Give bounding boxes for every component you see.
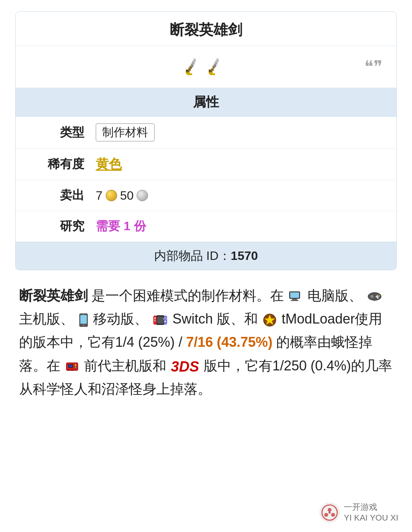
oldconsole-label: 前代主机版和 xyxy=(84,358,166,373)
svg-rect-42 xyxy=(157,316,163,324)
svg-rect-9 xyxy=(192,62,195,65)
svg-rect-24 xyxy=(210,73,215,75)
switch-label: Switch xyxy=(172,311,213,327)
id-label: 内部物品 ID： xyxy=(154,249,231,263)
switch-icon xyxy=(153,314,167,327)
3ds-icon: 3DS xyxy=(171,359,199,374)
svg-point-51 xyxy=(166,318,167,319)
sword-icon-1 xyxy=(185,57,204,77)
sword-icons xyxy=(185,57,227,77)
research-value: 需要 1 份 xyxy=(96,218,146,235)
description-block: 断裂英雄剑 是一个困难模式的制作材料。在 电脑版、 主机版、 移动版、 xyxy=(15,284,397,401)
desc-prob1-plain: 1/4 (25%) / xyxy=(115,334,186,350)
svg-point-66 xyxy=(328,511,331,514)
watermark-text: 一开游戏 YI KAI YOU XI xyxy=(344,502,398,524)
item-id-row: 内部物品 ID：1570 xyxy=(16,242,396,270)
quote-decoration: ❝❞ xyxy=(364,59,383,75)
svg-point-64 xyxy=(324,513,328,517)
svg-rect-22 xyxy=(216,59,219,62)
sep1: 、 xyxy=(349,288,362,303)
svg-rect-16 xyxy=(209,69,211,72)
mobile-label: 移动版 xyxy=(93,311,134,327)
svg-point-48 xyxy=(164,320,166,322)
desc-item-name: 断裂英雄剑 xyxy=(19,288,88,303)
line-break-1 xyxy=(213,311,217,327)
sep3: 、 xyxy=(134,311,148,327)
id-value: 1570 xyxy=(231,249,258,263)
sword-icon-2 xyxy=(208,57,227,77)
silver-coin-icon xyxy=(137,190,148,201)
svg-point-45 xyxy=(154,317,156,319)
svg-rect-20 xyxy=(214,64,216,67)
svg-point-33 xyxy=(377,294,378,295)
sell-row: 卖出 750 xyxy=(16,180,396,211)
watermark-line2: YI KAI YOU XI xyxy=(344,513,398,524)
svg-point-58 xyxy=(75,367,76,368)
svg-rect-56 xyxy=(69,365,72,367)
sell-value: 750 xyxy=(96,189,149,203)
svg-rect-26 xyxy=(290,293,299,298)
console-label: 主机版 xyxy=(19,311,60,327)
rarity-row: 稀有度 黄色 xyxy=(16,149,396,180)
pc-icon xyxy=(289,291,303,302)
svg-point-50 xyxy=(163,318,164,319)
svg-rect-27 xyxy=(292,299,297,300)
gold-amount: 7 xyxy=(96,189,103,203)
type-row: 类型 制作材料 xyxy=(16,117,396,149)
desc-text2: 版、和 xyxy=(217,311,262,327)
svg-rect-47 xyxy=(154,320,155,322)
rarity-value: 黄色 xyxy=(96,155,122,173)
desc-text1: 是一个困难模式的制作材料。在 xyxy=(88,288,288,303)
item-card: 断裂英雄剑 xyxy=(15,11,397,270)
research-row: 研究 需要 1 份 xyxy=(16,211,396,242)
svg-rect-60 xyxy=(71,369,74,371)
svg-rect-21 xyxy=(215,62,218,65)
svg-rect-28 xyxy=(291,300,298,301)
svg-rect-14 xyxy=(211,68,214,71)
gold-coin-icon xyxy=(106,190,117,201)
desc-prob2: 7/16 (43.75%) xyxy=(186,334,272,350)
svg-rect-59 xyxy=(68,369,70,371)
rarity-label: 稀有度 xyxy=(31,156,84,173)
attributes-header: 属性 xyxy=(16,88,396,117)
svg-point-39 xyxy=(83,324,84,326)
type-value: 制作材料 xyxy=(96,123,154,141)
svg-rect-7 xyxy=(188,67,192,69)
svg-rect-12 xyxy=(187,73,192,75)
watermark-logo-icon xyxy=(319,502,340,523)
watermark-line1: 一开游戏 xyxy=(344,502,398,513)
svg-point-49 xyxy=(164,317,166,318)
svg-point-36 xyxy=(377,298,378,299)
svg-rect-3 xyxy=(186,69,188,72)
oldconsole-icon xyxy=(65,360,79,373)
sep2: 、 xyxy=(60,311,74,327)
svg-point-35 xyxy=(378,296,380,298)
pc-label: 电脑版 xyxy=(307,288,349,303)
tmod-icon xyxy=(263,313,277,327)
watermark: 一开游戏 YI KAI YOU XI xyxy=(319,502,398,524)
svg-point-57 xyxy=(75,364,76,366)
svg-point-30 xyxy=(370,295,374,298)
card-title: 断裂英雄剑 xyxy=(16,12,396,46)
svg-rect-8 xyxy=(191,64,193,67)
mobile-icon xyxy=(79,313,88,327)
svg-rect-32 xyxy=(376,296,379,298)
svg-rect-44 xyxy=(164,316,167,325)
svg-rect-40 xyxy=(82,314,85,314)
svg-rect-10 xyxy=(193,59,196,62)
svg-point-63 xyxy=(328,508,332,512)
sell-label: 卖出 xyxy=(31,187,84,204)
svg-point-65 xyxy=(331,513,335,517)
svg-rect-38 xyxy=(80,315,87,324)
item-title: 断裂英雄剑 xyxy=(170,22,242,38)
item-image-row: ❝❞ xyxy=(16,46,396,88)
type-label: 类型 xyxy=(31,124,84,141)
console-icon xyxy=(367,291,382,302)
svg-point-34 xyxy=(378,295,380,296)
silver-amount: 50 xyxy=(120,189,134,203)
research-label: 研究 xyxy=(31,218,84,235)
